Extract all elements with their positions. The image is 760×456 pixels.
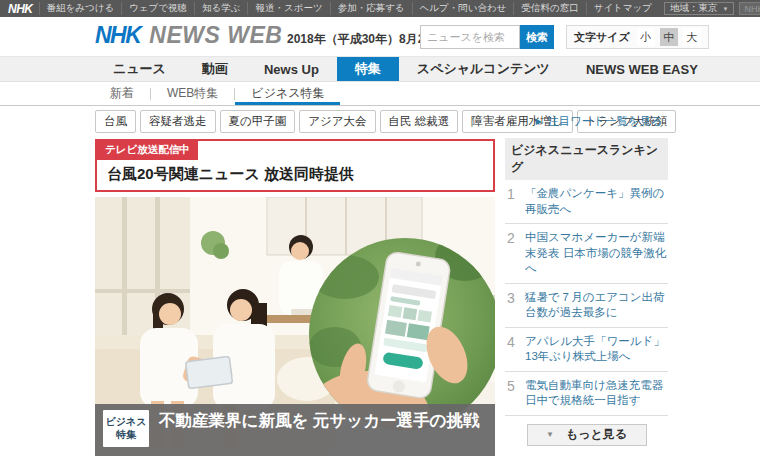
rank-link[interactable]: 猛暑で７月のエアコン出荷台数が過去最多に bbox=[525, 290, 668, 321]
badge-line-2: 特集 bbox=[116, 429, 136, 442]
feature-article-card[interactable]: ビジネス 特集 不動産業界に新風を 元サッカー選手の挑戦 bbox=[95, 197, 495, 456]
arrow-right-icon: ▶ bbox=[536, 117, 542, 126]
business-tokushu-badge: ビジネス 特集 bbox=[103, 410, 149, 447]
main-nav: ニュース 動画 News Up 特集 スペシャルコンテンツ NEWS WEB E… bbox=[0, 56, 760, 82]
rank-number: 3 bbox=[505, 290, 525, 321]
utility-bar: NHK 番組をみつける ウェブで視聴 知る学ぶ 報道・スポーツ 参加・応募する … bbox=[0, 0, 760, 17]
nav-item-newsweb-easy[interactable]: NEWS WEB EASY bbox=[568, 57, 716, 81]
topbar-right: 受信料の窓口 サイトマップ 地域：東京 ▼ bbox=[513, 2, 760, 15]
topbar-link-news-sports[interactable]: 報道・スポーツ bbox=[247, 2, 329, 15]
keyword-tags: 台風 容疑者逃走 夏の甲子園 アジア大会 自民 総裁選 障害者雇用水増し トラン… bbox=[95, 110, 505, 133]
badge-line-1: ビジネス bbox=[106, 416, 147, 429]
global-search-input[interactable] bbox=[739, 2, 760, 15]
rank-item-3[interactable]: 3 猛暑で７月のエアコン出荷台数が過去最多に bbox=[505, 284, 668, 328]
news-search: 検索 bbox=[420, 25, 554, 49]
rank-number: 2 bbox=[505, 230, 525, 277]
topbar-link-fees[interactable]: 受信料の窓口 bbox=[513, 2, 585, 15]
logo-newsweb-text: NEWS WEB bbox=[149, 22, 282, 48]
logo-nhk-text: NHK bbox=[95, 22, 140, 48]
fontsize-large-button[interactable]: 大 bbox=[683, 28, 701, 46]
live-title: 台風20号関連ニュース 放送同時提供 bbox=[107, 165, 354, 184]
topbar-link-help[interactable]: ヘルプ・問い合わせ bbox=[412, 2, 514, 15]
subnav-item-business-tokushu[interactable]: ビジネス特集 bbox=[235, 82, 340, 105]
search-button[interactable]: 検索 bbox=[520, 25, 554, 49]
ranking-list: 1 「金農パンケーキ」異例の再販売へ 2 中国スマホメーカーが新端末発表 日本市… bbox=[505, 180, 668, 416]
fontsize-small-button[interactable]: 小 bbox=[637, 28, 655, 46]
sub-nav: 新着 WEB特集 ビジネス特集 bbox=[0, 82, 760, 106]
topbar-link-sitemap[interactable]: サイトマップ bbox=[586, 2, 659, 15]
feature-title: 不動産業界に新風を 元サッカー選手の挑戦 bbox=[159, 410, 479, 432]
news-search-input[interactable] bbox=[420, 25, 520, 49]
trending-words-label: 注目ワード一覧を見る bbox=[547, 114, 663, 129]
rank-number: 4 bbox=[505, 334, 525, 365]
rank-number: 1 bbox=[505, 186, 525, 217]
more-button-label: もっと見る bbox=[566, 426, 627, 443]
topbar-link-web-watch[interactable]: ウェブで視聴 bbox=[121, 2, 194, 15]
site-header: NHKNEWS WEB 2018年（平成30年）8月23日 木曜日 検索 文字サ… bbox=[0, 17, 760, 56]
region-label: 地域：東京 bbox=[670, 2, 718, 15]
rank-item-2[interactable]: 2 中国スマホメーカーが新端末発表 日本市場の競争激化へ bbox=[505, 224, 668, 284]
more-button[interactable]: ▼ もっと見る bbox=[527, 424, 647, 446]
nav-item-news[interactable]: ニュース bbox=[95, 57, 184, 81]
rank-link[interactable]: 「金農パンケーキ」異例の再販売へ bbox=[525, 186, 668, 217]
nav-item-special-contents[interactable]: スペシャルコンテンツ bbox=[399, 57, 568, 81]
rank-item-4[interactable]: 4 アパレル大手「ワールド」13年ぶり株式上場へ bbox=[505, 328, 668, 372]
fontsize-label: 文字サイズ bbox=[574, 30, 630, 45]
subnav-item-web-tokushu[interactable]: WEB特集 bbox=[151, 82, 234, 105]
live-broadcast-banner[interactable]: テレビ放送配信中 台風20号関連ニュース 放送同時提供 bbox=[95, 139, 495, 192]
nav-item-tokushu[interactable]: 特集 bbox=[337, 57, 399, 81]
site-logo[interactable]: NHKNEWS WEB bbox=[95, 22, 282, 49]
trending-words-link[interactable]: ▶ 注目ワード一覧を見る bbox=[536, 114, 663, 129]
tag-chip[interactable]: 自民 総裁選 bbox=[380, 110, 459, 133]
rank-link[interactable]: 電気自動車向け急速充電器 日中で規格統一目指す bbox=[525, 378, 668, 409]
sidebar: ビジネスニュースランキング 1 「金農パンケーキ」異例の再販売へ 2 中国スマホ… bbox=[505, 138, 668, 456]
nav-item-video[interactable]: 動画 bbox=[184, 57, 246, 81]
rank-link[interactable]: アパレル大手「ワールド」13年ぶり株式上場へ bbox=[525, 334, 668, 365]
fontsize-medium-button[interactable]: 中 bbox=[660, 28, 678, 46]
tag-chip[interactable]: 容疑者逃走 bbox=[140, 110, 216, 133]
chevron-down-icon: ▼ bbox=[723, 6, 729, 12]
chevron-down-icon: ▼ bbox=[546, 430, 554, 439]
rank-item-5[interactable]: 5 電気自動車向け急速充電器 日中で規格統一目指す bbox=[505, 372, 668, 416]
nhk-logo[interactable]: NHK bbox=[8, 2, 33, 16]
feature-caption: ビジネス 特集 不動産業界に新風を 元サッカー選手の挑戦 bbox=[95, 404, 495, 456]
rank-item-1[interactable]: 1 「金農パンケーキ」異例の再販売へ bbox=[505, 180, 668, 224]
tag-chip[interactable]: 夏の甲子園 bbox=[220, 110, 296, 133]
live-badge: テレビ放送配信中 bbox=[97, 141, 198, 160]
ranking-header: ビジネスニュースランキング bbox=[505, 138, 668, 180]
topbar-link-find-programs[interactable]: 番組をみつける bbox=[39, 2, 122, 15]
tag-chip[interactable]: アジア大会 bbox=[299, 110, 375, 133]
rank-link[interactable]: 中国スマホメーカーが新端末発表 日本市場の競争激化へ bbox=[525, 230, 668, 277]
rank-number: 5 bbox=[505, 378, 525, 409]
region-selector[interactable]: 地域：東京 ▼ bbox=[664, 2, 734, 15]
tag-chip[interactable]: 台風 bbox=[95, 110, 136, 133]
fontsize-control: 文字サイズ 小 中 大 bbox=[566, 25, 709, 49]
topbar-link-learn[interactable]: 知る学ぶ bbox=[194, 2, 247, 15]
subnav-item-new[interactable]: 新着 bbox=[110, 82, 150, 105]
nav-item-newsup[interactable]: News Up bbox=[246, 57, 337, 81]
topbar-link-participate[interactable]: 参加・応募する bbox=[330, 2, 412, 15]
